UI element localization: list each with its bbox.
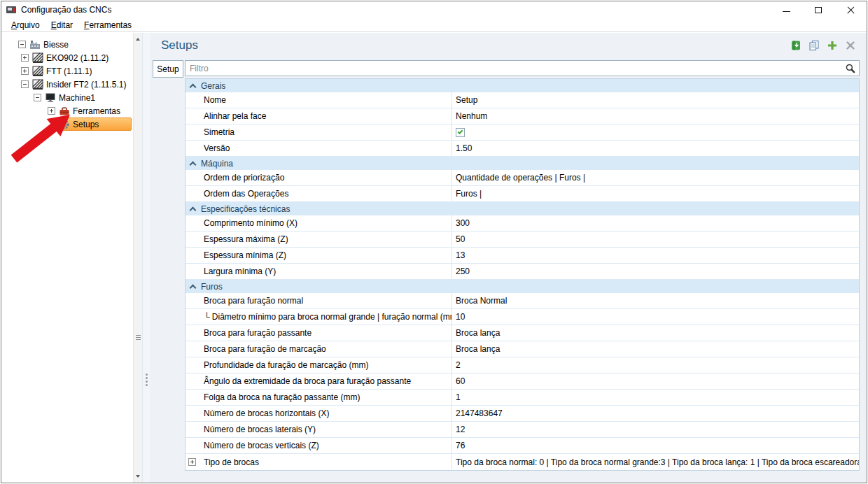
property-label: Tipo de brocas [200,454,452,470]
tree-item-biesse[interactable]: Biesse [1,38,133,51]
toolbox-icon [59,106,70,117]
tree-item-machine1[interactable]: Machine1 [1,91,133,104]
panel-splitter[interactable] [142,33,150,483]
search-input[interactable] [190,64,845,73]
property-label: └ Diâmetro mínimo para broca normal gran… [200,309,452,325]
tree-item-label: EKO902 (1.11.2) [46,53,108,63]
menu-item-editar[interactable]: Editar [46,19,78,31]
section-header-maquina[interactable]: Máquina [186,157,859,170]
row-gutter [186,438,200,453]
property-value[interactable]: 13 [452,248,859,263]
import-icon[interactable] [790,39,802,52]
property-value[interactable]: 50 [452,232,859,247]
chevron-up-icon[interactable] [190,206,197,213]
property-value[interactable]: Broca Normal [452,293,859,308]
property-row-nome: NomeSetup [186,92,859,108]
property-value[interactable]: 12 [452,422,859,437]
machine-icon [32,52,43,64]
tree-item-setups[interactable]: Setups [1,118,133,131]
maximize-button[interactable] [802,1,834,18]
row-gutter [186,373,200,389]
chevron-up-icon[interactable] [190,284,197,291]
row-gutter [186,108,200,124]
expand-icon[interactable] [188,458,196,466]
section-header-especificacoes-tecnicas[interactable]: Especificações técnicas [186,202,859,215]
property-label: Profundidade da furação de marcação (mm) [200,357,452,373]
close-button[interactable] [834,1,867,18]
magnifier-icon[interactable] [845,63,855,73]
property-value[interactable]: 2 [452,357,859,373]
copy-icon[interactable] [808,39,820,52]
scroll-down-button[interactable] [134,471,142,481]
property-value[interactable]: Tipo da broca normal: 0 | Tipo da broca … [452,454,859,470]
row-gutter [186,264,200,279]
expand-icon[interactable] [48,107,55,115]
property-value[interactable]: Broca lança [452,325,859,341]
property-value[interactable]: Broca lança [452,341,859,357]
section-header-gerais[interactable]: Gerais [186,79,859,92]
property-value[interactable]: 60 [452,373,859,389]
property-row-espessura-maxima-z: Espessura máxima (Z)50 [186,232,859,248]
property-value[interactable]: 10 [452,309,859,325]
tree-item-ferramentas[interactable]: Ferramentas [1,104,133,118]
property-label: Número de brocas laterais (Y) [200,422,452,437]
scroll-up-button[interactable] [134,34,142,44]
row-gutter [186,357,200,373]
minimize-button[interactable] [770,1,802,18]
property-value[interactable]: 2147483647 [452,406,859,421]
row-gutter [186,232,200,247]
row-gutter [186,215,200,231]
tab-setup[interactable]: Setup [153,60,183,78]
property-value[interactable]: Setup [452,92,859,108]
collapse-icon[interactable] [21,80,29,88]
tree-scrollbar[interactable] [133,33,142,483]
property-value[interactable]: Nenhum [452,108,859,124]
property-value[interactable] [452,124,859,140]
tree-item-content[interactable]: EKO902 (1.11.2) [30,51,132,64]
property-row-versao: Versão1.50 [186,141,859,157]
chevron-up-icon[interactable] [190,83,197,90]
property-value[interactable]: 1.50 [452,141,859,156]
collapse-icon[interactable] [34,94,41,101]
property-row-broca-para-furacao-normal: Broca para furação normalBroca Normal [186,293,859,309]
tree-item-eko902-1-11-2[interactable]: EKO902 (1.11.2) [1,51,133,64]
chevron-up-icon[interactable] [190,161,197,168]
property-value[interactable]: 76 [452,438,859,453]
collapse-icon[interactable] [18,41,26,48]
property-label: Broca para furação de marcação [200,341,452,357]
property-value[interactable]: Quantidade de operações | Furos | [452,170,859,185]
property-row-ordem-de-priorizacao: Ordem de priorizaçãoQuantidade de operaç… [186,170,859,186]
property-value[interactable]: 250 [452,264,859,279]
scrollbar-grip[interactable] [136,334,141,341]
close-panel-icon[interactable] [844,39,857,52]
tree-item-content[interactable]: Ferramentas [57,104,132,118]
tree-item-ftt-1-11-1[interactable]: FTT (1.11.1) [1,64,133,78]
tree-item-content[interactable]: Biesse [27,38,132,51]
property-label: Ordem das Operações [200,186,452,201]
menu-item-ferramentas[interactable]: Ferramentas [78,19,137,31]
tree-item-insider-ft2-1-11-5-1[interactable]: Insider FT2 (1.11.5.1) [1,78,133,91]
expand-icon[interactable] [21,54,29,62]
menu-item-arquivo[interactable]: Arquivo [6,19,46,31]
expand-icon[interactable] [21,67,29,75]
property-row-numero-de-brocas-laterais-y: Número de brocas laterais (Y)12 [186,422,859,438]
property-label: Alinhar pela face [200,108,452,124]
tree-item-content[interactable]: Insider FT2 (1.11.5.1) [30,78,132,91]
expander-slot [48,107,57,115]
property-value[interactable]: 300 [452,215,859,231]
section-header-furos[interactable]: Furos [186,280,859,293]
tree-item-content[interactable]: Machine1 [43,91,132,104]
property-row-broca-para-furacao-passante: Broca para furação passanteBroca lança [186,325,859,341]
row-gutter [186,406,200,421]
add-icon[interactable] [826,39,839,52]
check-icon [458,129,463,134]
property-row-alinhar-pela-face: Alinhar pela faceNenhum [186,108,859,124]
property-row-espessura-minima-z: Espessura mínima (Z)13 [186,248,859,264]
checkbox-checked[interactable] [456,128,465,137]
row-gutter [186,186,200,201]
property-value[interactable]: Furos | [452,186,859,201]
property-value[interactable]: 1 [452,390,859,405]
tree-item-content[interactable]: Setups [57,118,132,131]
tree-item-content[interactable]: FTT (1.11.1) [30,64,132,78]
expander-slot [21,80,30,88]
